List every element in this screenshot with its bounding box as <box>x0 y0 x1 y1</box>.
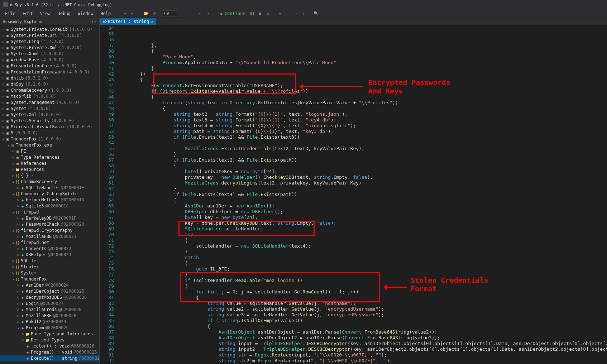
tree-item[interactable]: ▷▣System.Linq(4.2.2.0) <box>0 39 99 45</box>
tree-item[interactable]: ▷▣System(4.0.0.0) <box>0 106 99 112</box>
explorer-header: Assembly Explorer ▾✕ <box>0 18 99 26</box>
tree-item[interactable]: ◉Program() : void@06000825 <box>0 349 99 355</box>
close-tab-icon[interactable]: ✕ <box>151 20 153 24</box>
tree-item[interactable]: ▷▣dnlib(3.3.2.0) <box>0 75 99 81</box>
tree-item[interactable]: ▷◆MozillaPBE@02000028 <box>0 313 99 319</box>
undo-icon[interactable]: ↶ <box>197 10 204 17</box>
tree-item[interactable]: ▷▣WindowsBase(4.0.0.0) <box>0 57 99 63</box>
nav-forward-icon[interactable]: ► <box>129 10 136 17</box>
tree-item[interactable]: ▷▦PE <box>0 148 99 154</box>
tree-item[interactable]: ▷▣System.Private.Xml(4.0.2.0) <box>0 45 99 51</box>
pause-icon[interactable]: ❚❚ <box>249 10 255 17</box>
tree-item[interactable]: ◢{}firepwd.Cryptography <box>0 227 99 234</box>
stop-icon[interactable]: ■ <box>257 10 263 17</box>
open-icon[interactable]: 📂 <box>143 10 149 17</box>
tree-item[interactable]: ◢{}Community.CsharpSqlite <box>0 191 99 197</box>
tree-item[interactable]: ▷◆Pbkdf2@02000029 <box>0 319 99 325</box>
tree-item[interactable]: ▷▣PresentationCore(4.0.0.0) <box>0 63 99 69</box>
tree-item[interactable]: ▷▦References <box>0 161 99 167</box>
tree-item[interactable]: ◢◆Program@0200002C <box>0 325 99 331</box>
tree-item[interactable]: ▷▣System.Xaml(4.0.0.0) <box>0 51 99 57</box>
language-combo[interactable]: C# <box>162 10 177 17</box>
tree-item[interactable]: ◢{}ChromeRecovery <box>0 179 99 185</box>
menu-window[interactable]: Window <box>74 10 97 17</box>
tree-item[interactable]: ▷▣System.Private.Uri(4.0.6.0) <box>0 33 99 39</box>
explorer-title: Assembly Explorer <box>3 19 43 24</box>
search-icon[interactable]: 🔍 <box>313 10 319 17</box>
menu-view[interactable]: View <box>37 10 54 17</box>
tree-item[interactable]: ▷▣5(0.0.0.0) <box>0 130 99 136</box>
tree-item[interactable]: ▷▣System.Xml(4.0.0.0) <box>0 112 99 118</box>
close-panel-icon[interactable]: ✕ <box>94 20 96 24</box>
editor-tabs: Execute() : string ✕ <box>100 18 607 25</box>
tree-item[interactable]: ▷{}Stealer <box>0 264 99 270</box>
restart-icon[interactable]: ↻ <box>265 10 271 17</box>
tree-item[interactable]: ▷▣dnSpy(6.1.6.0) <box>0 81 99 87</box>
tree-item[interactable]: ▷📁Resources <box>0 167 99 173</box>
tree-item[interactable]: ▷▣ChromeRecovery(1.0.0.0) <box>0 87 99 94</box>
tree-view[interactable]: ▷▣System.Private.CoreLib(4.0.0.0)▷▣Syste… <box>0 26 99 362</box>
tree-item[interactable]: ▷▣mscorlib(4.0.0.0) <box>0 94 99 100</box>
code-editor: Execute() : string ✕ 3435363738394041424… <box>100 18 607 364</box>
tree-item[interactable]: ▷◆MozillaCreds@0200002B <box>0 307 99 313</box>
menu-edit[interactable]: Edit <box>19 10 37 17</box>
tree-item[interactable]: ◢{}firepwd <box>0 209 99 215</box>
tree-item[interactable]: ◢▣ThunderFox(1.0.0.0) <box>0 136 99 142</box>
step-into-icon[interactable]: ↓ <box>285 10 291 17</box>
tree-item[interactable]: ◉.cctor() : void@06000826 <box>0 343 99 349</box>
code-area[interactable]: 3435363738394041424344454647484950515253… <box>100 25 607 364</box>
menu-bar: File Edit View Debug Window Help ◄ ► 📂 ⟲… <box>0 9 607 18</box>
tree-item[interactable]: ▷▣System.Management(4.0.0.0) <box>0 100 99 106</box>
step-out-icon[interactable]: ↑ <box>301 10 307 17</box>
window-title: dnSpy v6.1.6 (32-bit, .NET Core, Debuggi… <box>10 3 112 7</box>
tree-item[interactable]: ▷◆Sqlite3@0200001C <box>0 203 99 209</box>
assembly-explorer: Assembly Explorer ▾✕ ▷▣System.Private.Co… <box>0 18 100 364</box>
tree-item[interactable]: ▷◆BerkeleyDB@0200001F <box>0 215 99 221</box>
tree-item[interactable]: ◢{}firepwd.net <box>0 240 99 246</box>
tree-item[interactable]: ▷📁Base Type and Interfaces <box>0 331 99 337</box>
nav-back-icon[interactable]: ◄ <box>121 10 128 17</box>
tree-item[interactable]: ▷◆decryptMoz3DES@02000026 <box>0 294 99 301</box>
step-over-icon[interactable]: ↷ <box>293 10 299 17</box>
continue-button[interactable]: ▶ Continue <box>219 11 248 16</box>
menu-debug[interactable]: Debug <box>54 10 74 17</box>
tree-item[interactable]: ▷▣Microsoft.VisualBasic(10.0.0.0) <box>0 124 99 130</box>
tree-item[interactable]: ▷📁Derived Types <box>0 337 99 343</box>
tree-item[interactable]: ◉Execute() : string@06000824 <box>0 355 99 361</box>
tree-item[interactable]: ▷◆PasswordCheck@02000020 <box>0 221 99 227</box>
menu-help[interactable]: Help <box>97 10 114 17</box>
step-icon[interactable]: → <box>277 10 283 17</box>
tree-item[interactable]: ▷◆HelperMethods@0200001D <box>0 197 99 203</box>
refresh-icon[interactable]: ⟲ <box>151 10 157 17</box>
tree-item[interactable]: ▷{}{ } - <box>0 173 99 179</box>
tree-item[interactable]: ▷{}SQLite <box>0 258 99 264</box>
tree-item[interactable]: ▷◆MozillaPBE@02000021 <box>0 234 99 240</box>
redo-icon[interactable]: ↷ <box>205 10 211 17</box>
tab-label: Execute() : string <box>102 19 149 24</box>
tree-item[interactable]: ▷◆DBHelper@02000023 <box>0 252 99 258</box>
tree-item[interactable]: ▷▦Type References <box>0 154 99 161</box>
tree-item[interactable]: ◢▤ThunderFox.exe <box>0 142 99 148</box>
tree-item[interactable]: ▷◆Asn1Der@02000024 <box>0 282 99 288</box>
title-bar: dnSpy v6.1.6 (32-bit, .NET Core, Debuggi… <box>0 0 607 9</box>
tree-item[interactable]: ▷◆Login@02000027 <box>0 301 99 307</box>
toolbar: ◄ ► 📂 ⟲ C# ↶ ↷ ▶ Continue ❚❚ ■ ↻ → ↓ ↷ ↑… <box>121 10 319 17</box>
tree-item[interactable]: ▷◆SQLiteHandler@0200001E <box>0 185 99 191</box>
tree-item[interactable]: ▷{}System <box>0 270 99 276</box>
tree-item[interactable]: ▷▣PresentationFramework(4.0.0.0) <box>0 69 99 75</box>
tree-item[interactable]: ▷▣System.Security(4.0.0.0) <box>0 118 99 124</box>
tree-item[interactable]: ▷▣System.Private.CoreLib(4.0.0.0) <box>0 27 99 33</box>
tree-item[interactable]: ▷◆Asn1DerObject@02000025 <box>0 288 99 294</box>
tab-execute[interactable]: Execute() : string ✕ <box>100 18 156 25</box>
app-icon <box>3 2 8 7</box>
menu-file[interactable]: File <box>1 10 19 17</box>
tree-item[interactable]: ◢{}ThunderFox <box>0 276 99 282</box>
tree-item[interactable]: ▷◆Converts@02000022 <box>0 246 99 252</box>
pin-icon[interactable]: ▾ <box>91 20 94 24</box>
